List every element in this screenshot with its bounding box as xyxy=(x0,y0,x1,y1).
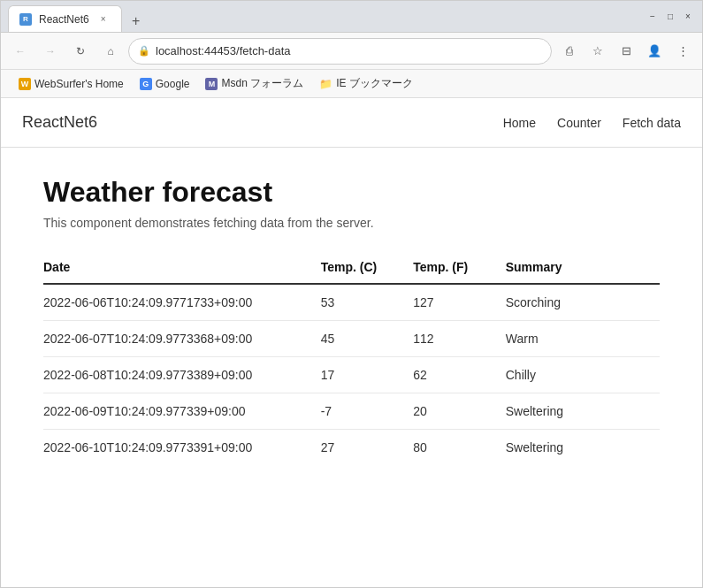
bookmark-google[interactable]: G Google xyxy=(133,75,197,93)
title-bar: R ReactNet6 × + − □ × xyxy=(1,1,702,33)
cell-summary-0: Scorching xyxy=(506,284,660,321)
cell-summary-1: Warm xyxy=(506,321,660,357)
table-body: 2022-06-06T10:24:09.9771733+09:0053127Sc… xyxy=(43,284,660,465)
msdn-icon: M xyxy=(205,78,218,90)
home-button[interactable]: ⌂ xyxy=(98,39,123,64)
bookmark-msdn-label: Msdn フォーラム xyxy=(221,76,303,91)
table-row: 2022-06-06T10:24:09.9771733+09:0053127Sc… xyxy=(43,284,660,321)
col-header-tempc: Temp. (C) xyxy=(321,251,414,284)
cell-tempf-0: 127 xyxy=(413,284,506,321)
table-header-row: Date Temp. (C) Temp. (F) Summary xyxy=(43,251,660,284)
bookmark-folder-icon: 📁 xyxy=(319,78,332,90)
bookmark-websurfer[interactable]: W WebSurfer's Home xyxy=(11,75,131,93)
browser-window: R ReactNet6 × + − □ × ← → ↻ ⌂ 🔒 localhos… xyxy=(0,0,703,588)
google-icon: G xyxy=(140,78,152,90)
cell-date-4: 2022-06-10T10:24:09.9773391+09:00 xyxy=(43,430,321,466)
cell-tempc-3: -7 xyxy=(321,393,414,430)
cell-summary-3: Sweltering xyxy=(506,393,660,430)
page-subtitle: This component demonstrates fetching dat… xyxy=(43,216,660,230)
active-tab[interactable]: R ReactNet6 × xyxy=(8,5,122,32)
close-window-button[interactable]: × xyxy=(681,10,695,24)
nav-links: Home Counter Fetch data xyxy=(503,112,681,134)
tab-favicon: R xyxy=(19,13,32,26)
page-content: ReactNet6 Home Counter Fetch data Weathe… xyxy=(1,98,702,587)
bookmarks-bar: W WebSurfer's Home G Google M Msdn フォーラム… xyxy=(1,70,702,98)
cell-summary-4: Sweltering xyxy=(506,430,660,466)
col-header-summary: Summary xyxy=(506,251,660,284)
weather-table: Date Temp. (C) Temp. (F) Summary 2022-06… xyxy=(43,251,660,465)
cell-tempf-2: 62 xyxy=(413,357,506,393)
col-header-date: Date xyxy=(43,251,321,284)
forward-button[interactable]: → xyxy=(38,39,63,64)
cell-tempc-4: 27 xyxy=(321,430,414,466)
lock-icon: 🔒 xyxy=(138,45,150,57)
page-title: Weather forecast xyxy=(43,176,660,209)
col-header-tempf: Temp. (F) xyxy=(413,251,506,284)
url-text: localhost:44453/fetch-data xyxy=(156,44,542,57)
cell-tempf-4: 80 xyxy=(413,430,506,466)
table-row: 2022-06-08T10:24:09.9773389+09:001762Chi… xyxy=(43,357,660,393)
collections-button[interactable]: ⊟ xyxy=(614,39,638,64)
table-header: Date Temp. (C) Temp. (F) Summary xyxy=(43,251,660,284)
minimize-button[interactable]: − xyxy=(646,10,660,24)
table-row: 2022-06-10T10:24:09.9773391+09:002780Swe… xyxy=(43,430,660,466)
tab-close-button[interactable]: × xyxy=(96,12,111,27)
app-nav: ReactNet6 Home Counter Fetch data xyxy=(1,98,702,148)
tab-title: ReactNet6 xyxy=(39,13,89,26)
profile-button[interactable]: 👤 xyxy=(642,39,667,64)
websurfer-icon: W xyxy=(19,78,31,90)
tab-area: R ReactNet6 × + xyxy=(8,1,642,32)
cell-tempf-3: 20 xyxy=(413,393,506,430)
refresh-button[interactable]: ↻ xyxy=(68,39,93,64)
new-tab-button[interactable]: + xyxy=(126,11,147,32)
bookmark-msdn[interactable]: M Msdn フォーラム xyxy=(198,73,310,94)
cell-date-2: 2022-06-08T10:24:09.9773389+09:00 xyxy=(43,357,321,393)
bookmark-websurfer-label: WebSurfer's Home xyxy=(34,78,124,90)
cell-tempc-1: 45 xyxy=(321,321,414,357)
cell-summary-2: Chilly xyxy=(506,357,660,393)
url-bar[interactable]: 🔒 localhost:44453/fetch-data xyxy=(128,38,552,65)
main-content: Weather forecast This component demonstr… xyxy=(1,148,702,493)
table-row: 2022-06-09T10:24:09.977339+09:00-720Swel… xyxy=(43,393,660,430)
bookmark-ie[interactable]: 📁 IE ブックマーク xyxy=(312,73,420,94)
settings-button[interactable]: ⋮ xyxy=(670,39,695,64)
app-brand: ReactNet6 xyxy=(22,113,503,132)
bar-actions: ⎙ ☆ ⊟ 👤 ⋮ xyxy=(557,39,695,64)
favorites-button[interactable]: ☆ xyxy=(585,39,610,64)
cell-date-1: 2022-06-07T10:24:09.9773368+09:00 xyxy=(43,321,321,357)
back-button[interactable]: ← xyxy=(8,39,33,64)
maximize-button[interactable]: □ xyxy=(663,10,677,24)
nav-fetch-data[interactable]: Fetch data xyxy=(623,112,681,134)
bookmark-ie-label: IE ブックマーク xyxy=(336,76,413,91)
cell-date-3: 2022-06-09T10:24:09.977339+09:00 xyxy=(43,393,321,430)
table-row: 2022-06-07T10:24:09.9773368+09:0045112Wa… xyxy=(43,321,660,357)
cell-tempc-2: 17 xyxy=(321,357,414,393)
cell-date-0: 2022-06-06T10:24:09.9771733+09:00 xyxy=(43,284,321,321)
nav-home[interactable]: Home xyxy=(503,112,536,134)
window-controls: − □ × xyxy=(646,10,695,24)
share-button[interactable]: ⎙ xyxy=(557,39,582,64)
address-bar: ← → ↻ ⌂ 🔒 localhost:44453/fetch-data ⎙ ☆… xyxy=(1,33,702,70)
bookmark-google-label: Google xyxy=(156,78,190,90)
nav-counter[interactable]: Counter xyxy=(557,112,601,134)
cell-tempf-1: 112 xyxy=(413,321,506,357)
cell-tempc-0: 53 xyxy=(321,284,414,321)
